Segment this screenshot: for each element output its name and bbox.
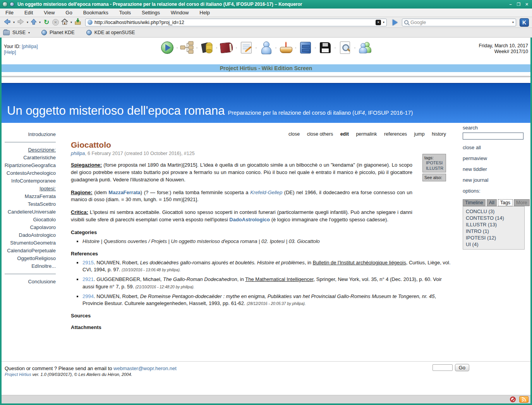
- stop-icon[interactable]: [52, 19, 59, 26]
- book-icon[interactable]: [219, 40, 234, 55]
- up-icon[interactable]: [30, 18, 37, 27]
- tab-timeline[interactable]: Timeline: [463, 199, 486, 206]
- menu-bookmarks[interactable]: Bookmarks: [83, 10, 108, 16]
- project-hirtius-link[interactable]: Project Hirtius: [5, 372, 31, 377]
- new-journal-link[interactable]: new journal: [463, 177, 528, 183]
- url-dropdown-icon[interactable]: [383, 21, 384, 24]
- menu-window[interactable]: Window: [171, 10, 189, 16]
- menu-edit[interactable]: Edit: [24, 10, 33, 16]
- tag-illustr[interactable]: ILLUSTR: [424, 165, 444, 171]
- tab-all[interactable]: All: [487, 199, 497, 206]
- menu-go[interactable]: Go: [65, 10, 72, 16]
- nav-introduzione[interactable]: Introduzione: [2, 131, 56, 138]
- close-all-link[interactable]: close all: [463, 145, 528, 150]
- forward-dropdown-icon[interactable]: [27, 21, 28, 24]
- play-icon[interactable]: [160, 40, 175, 55]
- orgchart-icon[interactable]: [180, 40, 194, 55]
- footer-jump-input[interactable]: [432, 364, 453, 371]
- nav-descrizione[interactable]: Descrizione:: [2, 146, 56, 154]
- rss-feed-icon[interactable]: [519, 396, 529, 403]
- doc-search-icon[interactable]: [338, 40, 352, 55]
- nav-conclusione[interactable]: Conclusione: [2, 278, 56, 286]
- references-action[interactable]: references: [384, 131, 407, 137]
- nav-ed-inoltre[interactable]: EdInoltre...: [2, 262, 56, 270]
- nav-candeliere-universale[interactable]: CandeliereUniversale: [2, 208, 56, 216]
- dado-astrologico-link[interactable]: DadoAstrologico: [229, 217, 270, 222]
- go-button[interactable]: Go: [455, 364, 469, 371]
- nav-caratteristiche[interactable]: Caratteristiche: [2, 154, 56, 162]
- blocked-content-icon[interactable]: [510, 396, 516, 402]
- tag-count-ui[interactable]: UI (4): [466, 241, 522, 248]
- nav-oggetto-religioso[interactable]: OggettoReligioso: [2, 255, 56, 262]
- menu-view[interactable]: View: [44, 10, 55, 16]
- url-bar[interactable]: http://localhost/hirtius/wiki.php?proj_i…: [85, 19, 387, 26]
- nav-dado-astrologico[interactable]: DadoAstrologico: [2, 231, 56, 239]
- tag-count-ipotesi[interactable]: IPOTESI (12): [466, 234, 522, 241]
- close-button[interactable]: [524, 2, 530, 7]
- nav-mazza-ferrata[interactable]: MazzaFerrata: [2, 193, 56, 200]
- go-icon[interactable]: [393, 19, 398, 26]
- new-tiddler-link[interactable]: new tiddler: [463, 166, 528, 172]
- nav-testa-scettro[interactable]: TestaScettro: [2, 200, 56, 208]
- krefeld-gellep-link[interactable]: Krefeld-Gellep: [250, 190, 282, 195]
- reference-number-link[interactable]: 2994: [82, 293, 94, 299]
- suse-dropdown-icon[interactable]: [28, 31, 30, 34]
- home-icon[interactable]: [61, 18, 69, 27]
- close-action[interactable]: close: [288, 131, 300, 137]
- edit-note-icon[interactable]: [239, 40, 254, 55]
- category-item[interactable]: Histoire | Questions ouvertes / Projets …: [82, 238, 451, 245]
- search-dropdown-icon[interactable]: [512, 21, 514, 24]
- film-icon[interactable]: [199, 40, 214, 55]
- menu-help[interactable]: Help: [199, 10, 210, 16]
- webmaster-email-link[interactable]: webmaster@wopr.heron.net: [113, 365, 177, 371]
- reference-number-link[interactable]: 2915: [82, 260, 94, 265]
- user-link[interactable]: [philipa]: [22, 44, 38, 49]
- nav-ripartizione-geografica[interactable]: RipartizioneGeografica: [2, 162, 56, 169]
- close-others-action[interactable]: close others: [307, 131, 333, 137]
- tag-count-intro[interactable]: INTRO (1): [466, 228, 522, 234]
- forward-icon[interactable]: [17, 18, 25, 27]
- up-dropdown-icon[interactable]: [39, 21, 41, 24]
- edit-action[interactable]: edit: [340, 131, 349, 137]
- search-engine-label[interactable]: Google: [410, 20, 510, 25]
- tag-count-conclu[interactable]: CONCLU (3): [466, 208, 522, 215]
- permalink-action[interactable]: permalink: [356, 131, 377, 137]
- clear-url-icon[interactable]: [376, 20, 381, 25]
- user-icon[interactable]: [259, 40, 273, 55]
- home-dropdown-icon[interactable]: [70, 21, 72, 24]
- minimize-button[interactable]: [508, 2, 513, 7]
- nav-strumento-geometra[interactable]: StrumentoGeometra: [2, 239, 56, 247]
- nav-giocattolo[interactable]: Giocattolo: [2, 216, 56, 224]
- nav-capolavoro[interactable]: Capolavoro: [2, 224, 56, 231]
- save-icon[interactable]: [74, 18, 82, 27]
- menu-tools[interactable]: Tools: [119, 10, 131, 16]
- permaview-link[interactable]: permaview: [463, 155, 528, 161]
- back-icon[interactable]: [3, 18, 11, 27]
- menu-file[interactable]: File: [5, 10, 14, 16]
- help-link[interactable]: [Help]: [4, 50, 16, 55]
- kde-logo-icon[interactable]: [520, 18, 529, 27]
- bookmark-kde-opensuse[interactable]: KDE at openSUSE: [94, 30, 135, 35]
- tab-tags[interactable]: Tags: [498, 199, 513, 206]
- byline-author-link[interactable]: philipa: [71, 151, 85, 156]
- jump-action[interactable]: jump: [414, 131, 425, 137]
- tag-count-contesto[interactable]: CONTESTO (14): [466, 215, 522, 221]
- mazza-ferrata-link[interactable]: MazzaFerrata: [108, 190, 140, 195]
- bookmark-planet-kde[interactable]: Planet KDE: [50, 30, 75, 35]
- bookmark-suse[interactable]: SUSE: [12, 30, 26, 35]
- cake-icon[interactable]: [278, 40, 293, 55]
- reference-number-link[interactable]: 2921: [82, 276, 94, 282]
- floppy-icon[interactable]: [318, 40, 333, 55]
- users-icon[interactable]: [357, 40, 372, 55]
- nav-ipotesi[interactable]: Ipotesi:: [2, 185, 56, 193]
- reload-icon[interactable]: [43, 18, 50, 26]
- maximize-button[interactable]: [516, 2, 522, 7]
- tab-more[interactable]: More: [514, 199, 529, 206]
- url-text[interactable]: http://localhost/hirtius/wiki.php?proj_i…: [94, 20, 374, 25]
- tag-count-illustr[interactable]: ILLUSTR (13): [466, 221, 522, 228]
- nav-calendario-perpetuale[interactable]: CalendarioPerpetuale: [2, 247, 56, 255]
- search-engine-box[interactable]: Google: [402, 19, 516, 26]
- tag-ipotesi[interactable]: IPOTESI: [424, 160, 444, 165]
- back-dropdown-icon[interactable]: [13, 21, 15, 24]
- nav-info-contemporanee[interactable]: InfoContemporanee: [2, 177, 56, 185]
